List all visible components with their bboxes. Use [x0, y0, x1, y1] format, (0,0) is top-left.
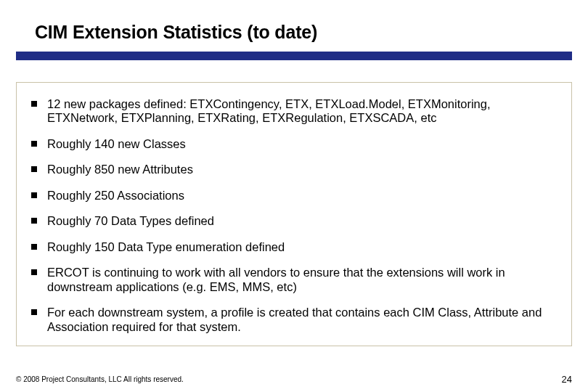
- square-bullet-icon: [31, 218, 37, 224]
- list-item: Roughly 140 new Classes: [31, 137, 557, 151]
- page-number: 24: [562, 374, 572, 385]
- title-underline: [16, 52, 572, 60]
- bullet-text: Roughly 150 Data Type enumeration define…: [47, 240, 557, 254]
- list-item: For each downstream system, a profile is…: [31, 306, 557, 334]
- list-item: Roughly 150 Data Type enumeration define…: [31, 240, 557, 254]
- square-bullet-icon: [31, 166, 37, 172]
- slide-title: CIM Extension Statistics (to date): [35, 22, 588, 43]
- title-area: CIM Extension Statistics (to date): [0, 22, 588, 43]
- bullet-text: Roughly 140 new Classes: [47, 137, 557, 151]
- square-bullet-icon: [31, 101, 37, 107]
- square-bullet-icon: [31, 269, 37, 275]
- square-bullet-icon: [31, 192, 37, 198]
- content-box: 12 new packages defined: ETXContingency,…: [16, 82, 572, 346]
- bullet-list: 12 new packages defined: ETXContingency,…: [31, 97, 557, 334]
- list-item: 12 new packages defined: ETXContingency,…: [31, 97, 557, 126]
- list-item: Roughly 850 new Attributes: [31, 163, 557, 176]
- footer-copyright: © 2008 Project Consultants, LLC All righ…: [16, 375, 184, 383]
- list-item: Roughly 250 Associations: [31, 189, 557, 203]
- list-item: Roughly 70 Data Types defined: [31, 214, 557, 228]
- square-bullet-icon: [31, 141, 37, 147]
- bullet-text: ERCOT is continuing to work with all ven…: [47, 266, 557, 294]
- bullet-text: Roughly 250 Associations: [47, 189, 557, 203]
- bullet-text: For each downstream system, a profile is…: [47, 306, 557, 334]
- square-bullet-icon: [31, 309, 37, 315]
- square-bullet-icon: [31, 244, 37, 250]
- slide: CIM Extension Statistics (to date) 12 ne…: [0, 0, 588, 392]
- bullet-text: Roughly 70 Data Types defined: [47, 214, 557, 228]
- bullet-text: Roughly 850 new Attributes: [47, 163, 557, 176]
- list-item: ERCOT is continuing to work with all ven…: [31, 266, 557, 294]
- bullet-text: 12 new packages defined: ETXContingency,…: [47, 97, 557, 126]
